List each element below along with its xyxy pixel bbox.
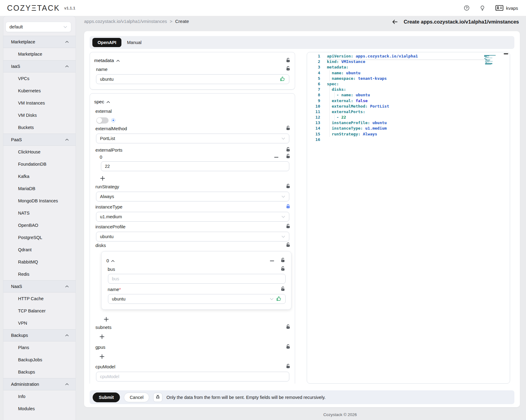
yaml-line[interactable]: 5 namespace: tenant-kvaps — [307, 76, 510, 81]
yaml-line[interactable]: 11 externalPorts: — [307, 109, 510, 115]
sidebar-item-modules[interactable]: Modules — [3, 403, 76, 415]
minus-icon[interactable] — [269, 257, 275, 264]
external-toggle[interactable] — [96, 117, 109, 123]
sidebar-item-http-cache[interactable]: HTTP Cache — [3, 293, 76, 305]
disk-name-select[interactable]: ubuntu — [108, 294, 286, 304]
tab-manual[interactable]: Manual — [123, 38, 146, 47]
lock-open-icon[interactable] — [280, 258, 285, 263]
yaml-line[interactable]: 12 - 22 — [307, 115, 510, 120]
sidebar-item-clickhouse[interactable]: ClickHouse — [3, 146, 76, 158]
sidebar-section-paas[interactable]: PaaS — [3, 134, 76, 146]
sidebar-item-backupjobs[interactable]: BackupJobs — [3, 354, 76, 366]
yaml-line[interactable]: 6spec: — [307, 81, 510, 87]
sidebar-item-mongodb-instances[interactable]: MongoDB Instances — [3, 195, 76, 207]
sidebar-section-iaas[interactable]: IaaS — [3, 60, 76, 72]
sidebar-section-naas[interactable]: NaaS — [3, 280, 76, 293]
sidebar-item-marketplace[interactable]: Marketplace — [3, 48, 76, 60]
sidebar-item-plans[interactable]: Plans — [3, 341, 76, 354]
plus-icon[interactable] — [98, 333, 105, 340]
yaml-line[interactable]: 8 - name: ubuntu — [307, 92, 510, 98]
lock-open-icon[interactable] — [286, 242, 291, 247]
tab-openapi[interactable]: OpenAPI — [92, 38, 121, 47]
minus-icon[interactable] — [273, 154, 280, 160]
sidebar-item-redis[interactable]: Redis — [3, 268, 76, 280]
lock-open-icon[interactable] — [286, 154, 291, 159]
sidebar-item-kafka[interactable]: Kafka — [3, 170, 76, 182]
sidebar-item-qdrant[interactable]: Qdrant — [3, 244, 76, 256]
instancetype-select[interactable]: u1.medium — [96, 212, 289, 222]
yaml-line[interactable]: 1apiVersion: apps.cozystack.io/v1alpha1 — [307, 53, 510, 59]
yaml-editor[interactable]: 1apiVersion: apps.cozystack.io/v1alpha12… — [307, 52, 510, 384]
externalports-item-input[interactable]: 22 — [101, 161, 289, 171]
namespace-select[interactable]: default — [6, 22, 71, 32]
submit-button[interactable]: Submit — [93, 392, 120, 402]
thumbs-up-icon[interactable] — [276, 296, 282, 302]
lock-open-icon[interactable] — [286, 184, 291, 189]
sidebar-item-backups[interactable]: Backups — [3, 366, 76, 378]
metadata-name-input[interactable]: ubuntu — [96, 74, 289, 84]
yaml-line[interactable]: 14 instanceType: u1.medium — [307, 126, 510, 131]
sidebar-item-vpn[interactable]: VPN — [3, 317, 76, 329]
sidebar-item-vpcs[interactable]: VPCs — [3, 72, 76, 85]
runstrategy-select[interactable]: Always — [96, 192, 289, 201]
sidebar-section-backups[interactable]: Backups — [3, 329, 76, 341]
lock-open-icon[interactable] — [286, 147, 291, 152]
cpumodel-input[interactable]: cpuModel — [96, 372, 289, 381]
yaml-line[interactable]: 16 — [307, 137, 510, 142]
chevron-up-icon — [65, 285, 69, 288]
sidebar-item-postgresql[interactable]: PostgreSQL — [3, 231, 76, 244]
lock-open-icon[interactable] — [280, 266, 285, 271]
sidebar-item-buckets[interactable]: Buckets — [3, 121, 76, 134]
sidebar-item-tcp-balancer[interactable]: TCP Balancer — [3, 305, 76, 317]
thumbs-up-icon[interactable] — [280, 76, 285, 83]
sidebar-item-openbao[interactable]: OpenBAO — [3, 219, 76, 231]
sidebar-item-vm-disks[interactable]: VM Disks — [3, 109, 76, 121]
sidebar-section-administration[interactable]: Administration — [3, 378, 76, 390]
yaml-line[interactable]: 10 externalMethod: PortList — [307, 104, 510, 109]
externalports-item-index[interactable]: 0 — [100, 154, 102, 160]
sidebar-item-info[interactable]: Info — [3, 390, 76, 403]
yaml-line[interactable]: 4 name: ubuntu — [307, 70, 510, 76]
yaml-line[interactable]: 7 disks: — [307, 87, 510, 92]
plus-icon[interactable] — [103, 316, 109, 322]
yaml-line[interactable]: 9 external: false — [307, 98, 510, 104]
lock-open-icon[interactable] — [280, 286, 285, 291]
scrollbar-thumb[interactable] — [504, 53, 508, 54]
yaml-line[interactable]: 3metadata: — [307, 64, 510, 70]
sidebar-section-marketplace[interactable]: Marketplace — [3, 36, 76, 48]
lock-open-icon[interactable] — [286, 324, 291, 329]
yaml-code[interactable]: 1apiVersion: apps.cozystack.io/v1alpha12… — [307, 53, 510, 142]
lock-open-icon[interactable] — [286, 58, 291, 63]
sidebar-item-kubernetes[interactable]: Kubernetes — [3, 85, 76, 97]
lock-open-icon[interactable] — [286, 344, 291, 349]
sidebar-item-foundationdb[interactable]: FoundationDB — [3, 158, 76, 170]
disk-item-index-toggle[interactable]: 0 — [106, 258, 115, 263]
sidebar-item-rabbitmq[interactable]: RabbitMQ — [3, 256, 76, 268]
lock-open-icon[interactable] — [286, 66, 291, 71]
sidebar-item-nats[interactable]: NATS — [3, 207, 76, 219]
breadcrumb-path[interactable]: apps.cozystack.io/v1alpha1/vminstances — [84, 19, 167, 24]
externalmethod-select[interactable]: PortList — [96, 134, 289, 143]
lock-open-icon[interactable] — [286, 126, 291, 131]
spec-section-toggle[interactable]: spec — [94, 99, 110, 105]
help-icon[interactable] — [464, 5, 470, 11]
plus-icon[interactable] — [98, 353, 105, 360]
sidebar-item-vm-instances[interactable]: VM Instances — [3, 97, 76, 109]
cancel-button[interactable]: Cancel — [124, 392, 149, 402]
bus-input[interactable]: bus — [108, 274, 286, 284]
lock-open-icon[interactable] — [286, 224, 291, 229]
lock-closed-icon[interactable] — [286, 204, 291, 209]
instanceprofile-select[interactable]: ubuntu — [96, 232, 289, 241]
minimap[interactable] — [484, 55, 497, 65]
sidebar-item-mariadb[interactable]: MariaDB — [3, 182, 76, 195]
lock-open-icon[interactable] — [286, 364, 291, 369]
debug-button[interactable] — [153, 393, 162, 402]
yaml-line[interactable]: 15 runStrategy: Always — [307, 131, 510, 137]
lightbulb-icon[interactable] — [480, 5, 486, 11]
reset-default-icon[interactable] — [111, 118, 115, 122]
metadata-section-toggle[interactable]: metadata — [94, 58, 120, 63]
back-arrow-icon[interactable] — [391, 18, 398, 25]
yaml-line[interactable]: 13 instanceProfile: ubuntu — [307, 120, 510, 126]
plus-icon[interactable] — [99, 175, 106, 182]
user-menu[interactable]: kvaps — [495, 5, 518, 11]
